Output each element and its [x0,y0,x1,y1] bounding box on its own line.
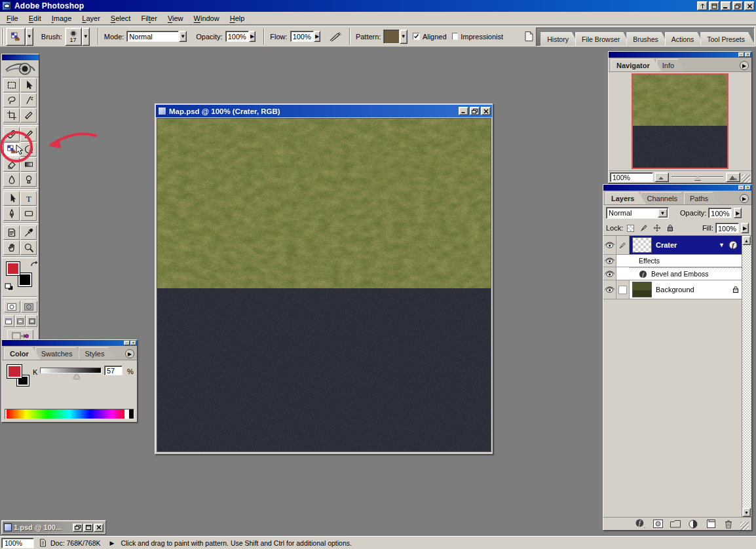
lock-image-toggle[interactable] [638,223,649,233]
menu-filter[interactable]: Filter [136,13,162,24]
fill-arrow[interactable]: ▶ [741,223,749,233]
link-cell[interactable] [616,280,630,299]
navigator-zoom-slider[interactable] [670,172,725,182]
menu-image[interactable]: Image [47,13,77,24]
effect-row-main[interactable]: fBevel and Emboss [630,267,742,280]
crop-tool[interactable] [3,108,20,123]
toolbox-titlebar[interactable] [2,54,39,60]
k-value-field[interactable]: 57 [104,366,123,375]
tab-swatches[interactable]: Swatches [35,347,85,360]
add-layer-style-button[interactable]: f. [634,519,646,529]
titlebar-extra-button-1[interactable] [697,1,708,10]
document-titlebar[interactable]: Map.psd @ 100% (Crater, RGB) [156,105,492,117]
k-slider-thumb[interactable] [73,374,80,379]
color-titlebar[interactable]: – × [2,340,137,346]
doc-minimize-button[interactable] [459,107,468,115]
fullscreen-menubar-button[interactable] [15,315,26,327]
brush-preview-button[interactable]: 17 [65,28,82,46]
app-titlebar[interactable]: Adobe Photoshop [0,0,756,12]
color-foreground-swatch[interactable] [7,365,22,378]
layer-row-crater[interactable]: Crater▼f [603,236,742,255]
dodge-tool[interactable] [20,172,37,187]
tab-paths[interactable]: Paths [684,192,720,204]
magic-wand-tool[interactable] [20,93,37,107]
impressionist-checkbox[interactable] [452,33,459,40]
tab-channels[interactable]: Channels [641,192,689,204]
new-adjustment-layer-button[interactable] [687,519,699,529]
flow-slider-arrow[interactable]: ▶ [314,31,321,42]
pen-tool[interactable] [3,206,20,221]
menu-help[interactable]: Help [225,13,250,24]
min-close-button[interactable] [94,523,104,532]
layers-opacity-arrow[interactable]: ▶ [734,208,742,218]
tab-layers[interactable]: Layers [605,192,646,204]
standard-mode-button[interactable] [4,301,20,312]
effects-expander-arrow[interactable]: ▼ [719,242,725,248]
palette-menu-button[interactable]: ▶ [740,194,749,203]
opacity-field[interactable]: 100% [225,31,249,42]
effects-header-main[interactable]: Effects [630,255,742,267]
delete-layer-button[interactable] [723,519,734,529]
layer-thumbnail[interactable] [632,237,652,253]
well-tab-actions[interactable]: Actions [665,32,704,46]
tab-color[interactable]: Color [4,347,41,360]
well-tab-brushes[interactable]: Brushes [626,32,669,46]
quick-mask-mode-button[interactable] [21,301,37,312]
doc-close-button[interactable] [481,107,491,115]
new-layer-set-button[interactable] [670,519,681,529]
minimized-titlebar[interactable]: 1.psd @ 100... [3,521,105,533]
layers-scrollbar[interactable]: ▲ ▼ [742,236,751,517]
lock-transparency-toggle[interactable] [625,223,636,233]
tab-styles[interactable]: Styles [79,347,116,360]
lasso-tool[interactable] [3,93,20,107]
zoom-out-button[interactable] [654,172,669,182]
opacity-slider-arrow[interactable]: ▶ [249,31,256,42]
menu-layer[interactable]: Layer [77,13,105,24]
zoom-in-button[interactable] [726,172,740,182]
airbrush-toggle-button[interactable] [327,29,344,45]
layer-main[interactable]: Crater▼f [630,236,742,254]
layer-main[interactable]: Background [630,280,742,299]
layer-style-f-icon[interactable]: f [728,240,738,250]
default-colors-icon[interactable] [5,283,14,291]
brush-tool[interactable] [20,127,37,142]
path-selection-tool[interactable] [3,191,20,206]
doc-restore-button[interactable] [470,107,480,115]
well-tab-tool-presets[interactable]: Tool Presets [700,32,755,46]
standard-screen-button[interactable] [3,315,14,327]
palette-minimize-button[interactable]: – [738,185,744,190]
layers-opacity-field[interactable]: 100% [708,208,732,218]
slice-tool[interactable] [20,108,37,123]
slider-thumb[interactable] [694,175,701,180]
canvas[interactable] [157,118,491,452]
layer-thumbnail[interactable] [632,282,652,297]
palette-close-button[interactable]: × [745,185,751,190]
minimize-button[interactable] [721,1,731,10]
swap-colors-icon[interactable] [30,261,38,268]
layer-row-background[interactable]: Background [603,280,742,299]
healing-brush-tool[interactable] [3,127,20,142]
tool-preset-dropdown-arrow[interactable]: ▼ [26,28,33,46]
flow-field[interactable]: 100% [290,31,314,42]
pattern-dropdown-arrow[interactable]: ▼ [400,29,407,44]
tool-preset-picker[interactable] [6,28,25,46]
layer-row-effects[interactable]: Effects [603,255,742,267]
add-layer-mask-button[interactable] [652,519,664,529]
mode-select[interactable]: Normal [126,31,179,42]
brush-dropdown-arrow[interactable]: ▼ [82,28,90,46]
min-maximize-button[interactable] [83,523,93,532]
eraser-tool[interactable] [3,157,20,172]
palette-menu-button[interactable]: ▶ [125,349,134,358]
shape-tool[interactable] [20,206,37,221]
layers-titlebar[interactable]: – × [603,185,751,191]
mode-dropdown-arrow[interactable]: ▼ [179,31,187,42]
new-layer-button[interactable] [705,519,717,529]
zoom-tool[interactable] [20,240,37,255]
navigator-titlebar[interactable]: – × [609,52,751,58]
visibility-eye-icon[interactable] [603,280,616,299]
palette-minimize-button[interactable]: – [738,52,744,57]
blur-tool[interactable] [3,172,20,187]
menu-view[interactable]: View [162,13,189,24]
tab-info[interactable]: Info [656,59,686,71]
lock-all-toggle[interactable] [664,223,675,233]
